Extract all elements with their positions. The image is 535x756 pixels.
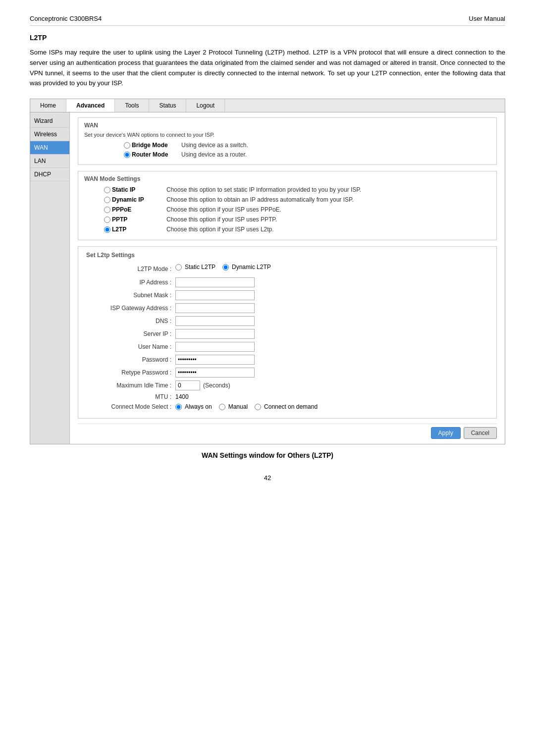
pptp-desc: Choose this option if your ISP uses PPTP…: [166, 216, 277, 223]
server-ip-row: Server IP :: [86, 329, 488, 339]
mtu-label: MTU :: [86, 393, 175, 400]
server-ip-label: Server IP :: [86, 330, 175, 337]
static-l2tp-label: Static L2TP: [185, 264, 215, 270]
pptp-radio[interactable]: [104, 216, 110, 223]
manual-radio[interactable]: [219, 404, 225, 410]
connect-mode-options: Always on Manual Connect on demand: [175, 403, 318, 410]
sidebar-item-wan[interactable]: WAN: [30, 141, 69, 155]
always-on-label: Always on: [185, 403, 212, 410]
always-on-radio[interactable]: [175, 404, 182, 410]
l2tp-radio[interactable]: [104, 226, 110, 233]
manual-option[interactable]: Manual: [219, 403, 248, 410]
ip-address-input[interactable]: [175, 277, 255, 287]
subnet-mask-row: Subnet Mask :: [86, 290, 488, 300]
pppoe-desc: Choose this option if your ISP uses PPPo…: [166, 206, 281, 213]
static-l2tp-radio[interactable]: [175, 264, 182, 270]
sidebar-item-lan[interactable]: LAN: [30, 155, 69, 168]
pppoe-radio[interactable]: [104, 207, 110, 213]
password-row: Password :: [86, 355, 488, 365]
idle-time-input[interactable]: [175, 380, 200, 390]
static-ip-radio[interactable]: [104, 187, 110, 193]
router-mode-label[interactable]: Router Mode: [132, 151, 181, 158]
retype-password-row: Retype Password :: [86, 368, 488, 378]
idle-time-unit: (Seconds): [203, 382, 230, 389]
dns-row: DNS :: [86, 316, 488, 326]
nav-tools[interactable]: Tools: [115, 99, 149, 112]
sidebar: Wizard Wireless WAN LAN DHCP: [30, 112, 70, 444]
connect-mode-label: Connect Mode Select :: [86, 403, 175, 410]
body-text: Some ISPs may require the user to uplink…: [30, 48, 505, 89]
nav-bar: Home Advanced Tools Status Logout: [30, 99, 505, 112]
l2tp-label[interactable]: L2TP: [112, 226, 166, 233]
password-label: Password :: [86, 356, 175, 363]
router-ui: Home Advanced Tools Status Logout Wizard…: [30, 99, 505, 444]
sidebar-item-wireless[interactable]: Wireless: [30, 128, 69, 141]
bridge-mode-label[interactable]: Bridge Mode: [132, 142, 181, 149]
router-body: Wizard Wireless WAN LAN DHCP WAN Set you…: [30, 112, 505, 444]
connect-on-demand-option[interactable]: Connect on demand: [255, 403, 318, 410]
router-mode-row: Router Mode Using device as a router.: [84, 151, 490, 158]
nav-logout[interactable]: Logout: [186, 99, 225, 112]
l2tp-desc: Choose this option if your ISP uses L2tp…: [166, 226, 274, 233]
sidebar-item-dhcp[interactable]: DHCP: [30, 168, 69, 181]
bridge-mode-desc: Using device as a switch.: [181, 142, 248, 149]
l2tp-section: Set L2tp Settings L2TP Mode : Static L2T…: [78, 246, 497, 419]
subnet-mask-input[interactable]: [175, 290, 255, 300]
dynamic-l2tp-option[interactable]: Dynamic L2TP: [222, 264, 271, 270]
mtu-row: MTU : 1400: [86, 393, 488, 400]
retype-password-label: Retype Password :: [86, 369, 175, 376]
pppoe-label[interactable]: PPPoE: [112, 206, 166, 213]
dns-label: DNS :: [86, 318, 175, 324]
dynamic-ip-label[interactable]: Dynamic IP: [112, 196, 166, 203]
static-l2tp-option[interactable]: Static L2TP: [175, 264, 215, 270]
isp-gateway-label: ISP Gateway Address :: [86, 305, 175, 312]
idle-time-label: Maximum Idle Time :: [86, 382, 175, 389]
static-ip-row: Static IP Choose this option to set stat…: [84, 186, 490, 193]
dynamic-l2tp-label: Dynamic L2TP: [232, 264, 271, 270]
section-title: L2TP: [30, 34, 505, 42]
cancel-button[interactable]: Cancel: [464, 427, 497, 439]
l2tp-mode-row: L2TP Mode : Static L2TP Dynamic L2TP: [86, 264, 488, 274]
isp-gateway-input[interactable]: [175, 303, 255, 313]
l2tp-mode-label: L2TP Mode :: [86, 266, 175, 272]
dynamic-l2tp-radio[interactable]: [222, 264, 229, 270]
apply-button[interactable]: Apply: [431, 427, 461, 439]
manual-label: Manual: [228, 403, 248, 410]
header-right: User Manual: [469, 15, 505, 22]
dns-input[interactable]: [175, 316, 255, 326]
bridge-mode-radio[interactable]: [124, 142, 130, 149]
username-input[interactable]: [175, 342, 255, 352]
wan-mode-title: WAN Mode Settings: [84, 175, 490, 182]
dynamic-ip-radio[interactable]: [104, 197, 110, 203]
static-ip-label[interactable]: Static IP: [112, 186, 166, 193]
nav-status[interactable]: Status: [149, 99, 186, 112]
ip-address-row: IP Address :: [86, 277, 488, 287]
ip-address-label: IP Address :: [86, 279, 175, 286]
sidebar-item-wizard[interactable]: Wizard: [30, 114, 69, 128]
router-mode-desc: Using device as a router.: [181, 151, 247, 158]
bridge-mode-row: Bridge Mode Using device as a switch.: [84, 142, 490, 149]
dynamic-ip-desc: Choose this option to obtain an IP addre…: [166, 196, 354, 203]
l2tp-title: Set L2tp Settings: [86, 252, 488, 259]
server-ip-input[interactable]: [175, 329, 255, 339]
on-demand-radio[interactable]: [255, 404, 261, 410]
on-demand-label: Connect on demand: [264, 403, 318, 410]
l2tp-mode-options: Static L2TP Dynamic L2TP: [175, 264, 271, 270]
static-ip-desc: Choose this option to set static IP info…: [166, 186, 361, 193]
l2tp-row: L2TP Choose this option if your ISP uses…: [84, 226, 490, 233]
router-mode-radio[interactable]: [124, 152, 130, 158]
pptp-label[interactable]: PPTP: [112, 216, 166, 223]
connect-mode-row: Connect Mode Select : Always on Manual: [86, 403, 488, 410]
mtu-value: 1400: [175, 393, 189, 400]
nav-advanced[interactable]: Advanced: [66, 99, 115, 112]
password-input[interactable]: [175, 355, 255, 365]
wan-desc: Set your device's WAN options to connect…: [84, 132, 490, 138]
wan-section: WAN Set your device's WAN options to con…: [78, 117, 497, 165]
nav-home[interactable]: Home: [30, 99, 66, 112]
retype-password-input[interactable]: [175, 368, 255, 378]
caption: WAN Settings window for Others (L2TP): [30, 451, 505, 459]
page-number: 42: [30, 474, 505, 482]
always-on-option[interactable]: Always on: [175, 403, 212, 410]
idle-time-row: Maximum Idle Time : (Seconds): [86, 380, 488, 390]
subnet-mask-label: Subnet Mask :: [86, 292, 175, 299]
